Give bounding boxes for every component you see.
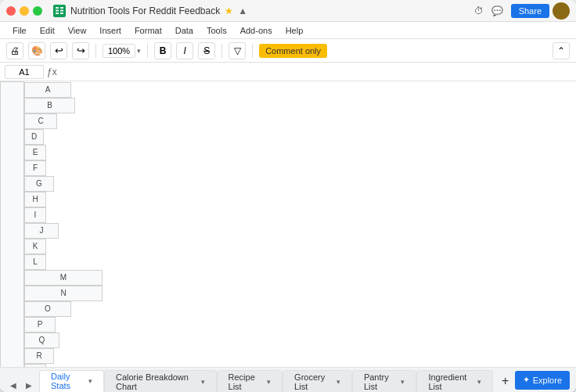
explore-label: Explore xyxy=(533,376,562,385)
tab-daily-stats-label: Daily Stats xyxy=(51,372,85,390)
spreadsheet: A B C D E F G H I J K L M xyxy=(0,81,576,367)
tab-ingredient-list-arrow: ▾ xyxy=(477,378,481,386)
paint-format-button[interactable]: 🎨 xyxy=(28,42,45,59)
zoom-dropdown-icon[interactable]: ▾ xyxy=(137,47,141,55)
title-bar-actions: ⏱ 💬 Share xyxy=(474,2,570,20)
comment-only-button[interactable]: Comment only xyxy=(259,44,327,58)
col-header-n[interactable]: N xyxy=(24,286,103,301)
minimize-button[interactable] xyxy=(20,6,29,16)
explore-button[interactable]: ✦ Explore xyxy=(515,371,570,390)
maximize-button[interactable] xyxy=(33,6,42,16)
col-header-p[interactable]: P xyxy=(24,317,56,333)
traffic-lights xyxy=(6,6,42,16)
tab-recipe-list-arrow: ▾ xyxy=(267,378,271,386)
expand-button[interactable]: ⌃ xyxy=(553,42,570,59)
menu-bar: File Edit View Insert Format Data Tools … xyxy=(0,22,576,39)
tab-ingredient-list[interactable]: Ingredient List ▾ xyxy=(416,370,492,392)
col-header-m[interactable]: M xyxy=(24,270,103,286)
svg-rect-3 xyxy=(56,9,59,11)
col-header-s[interactable]: S xyxy=(24,364,46,368)
col-header-c[interactable]: C xyxy=(24,113,57,129)
tab-calorie-chart-label: Calorie Breakdown Chart xyxy=(116,372,198,391)
tab-pantry-list-label: Pantry List xyxy=(364,372,398,391)
corner-cell xyxy=(1,82,24,368)
toolbar-divider-4 xyxy=(252,44,253,58)
toolbar-divider-1 xyxy=(95,44,96,58)
tab-daily-stats[interactable]: Daily Stats ▾ xyxy=(39,370,104,392)
column-header-row: A B C D E F G H I J K L M xyxy=(1,82,577,368)
data-table: A B C D E F G H I J K L M xyxy=(0,81,576,367)
tab-prev-button[interactable]: ◀ xyxy=(6,378,20,392)
menu-help[interactable]: Help xyxy=(279,24,310,37)
col-header-l[interactable]: L xyxy=(24,254,46,270)
menu-format[interactable]: Format xyxy=(128,24,168,37)
user-avatar[interactable] xyxy=(553,2,570,20)
tab-daily-stats-arrow: ▾ xyxy=(88,377,92,385)
svg-rect-5 xyxy=(56,13,59,14)
drive-icon[interactable]: ▲ xyxy=(238,5,247,16)
col-header-i[interactable]: I xyxy=(24,207,46,223)
menu-tools[interactable]: Tools xyxy=(200,24,233,37)
explore-icon: ✦ xyxy=(523,375,530,385)
italic-button[interactable]: I xyxy=(176,42,193,59)
svg-rect-6 xyxy=(60,13,63,14)
add-tab-button[interactable]: + xyxy=(496,370,515,392)
doc-title: Nutrition Tools For Reddit Feedback xyxy=(70,5,220,16)
toolbar-divider-3 xyxy=(221,44,222,58)
print-button[interactable]: 🖨 xyxy=(6,42,23,59)
col-header-r[interactable]: R xyxy=(24,348,54,364)
menu-insert[interactable]: Insert xyxy=(93,24,128,37)
title-bar: Nutrition Tools For Reddit Feedback ★ ▲ … xyxy=(0,0,576,22)
redo-button[interactable]: ↪ xyxy=(72,42,89,59)
strikethrough-button[interactable]: S xyxy=(198,42,215,59)
tab-bar: ◀ ▶ Daily Stats ▾ Calorie Breakdown Char… xyxy=(0,367,576,392)
col-header-g[interactable]: G xyxy=(24,176,54,192)
share-button[interactable]: Share xyxy=(511,4,549,18)
undo-button[interactable]: ↩ xyxy=(50,42,67,59)
svg-rect-4 xyxy=(60,9,63,11)
sheet-area: A B C D E F G H I J K L M xyxy=(0,81,576,367)
col-header-e[interactable]: E xyxy=(24,145,46,160)
comment-icon[interactable]: 💬 xyxy=(491,5,503,16)
tab-next-button[interactable]: ▶ xyxy=(22,378,36,392)
col-header-k[interactable]: K xyxy=(24,239,46,254)
formula-bar: ƒx xyxy=(0,63,576,81)
tab-calorie-chart-arrow: ▾ xyxy=(201,378,205,386)
tab-ingredient-list-label: Ingredient List xyxy=(428,372,473,391)
tab-navigation: ◀ ▶ xyxy=(6,378,36,392)
formula-functions-icon: ƒx xyxy=(47,67,57,77)
toolbar: 🖨 🎨 ↩ ↪ 100% ▾ B I S ▽ Comment only ⌃ xyxy=(0,39,576,63)
tab-pantry-list[interactable]: Pantry List ▾ xyxy=(352,370,416,392)
history-icon[interactable]: ⏱ xyxy=(474,5,484,16)
menu-addons[interactable]: Add-ons xyxy=(234,24,279,37)
app-window: Nutrition Tools For Reddit Feedback ★ ▲ … xyxy=(0,0,576,392)
cell-reference[interactable] xyxy=(5,65,44,79)
menu-edit[interactable]: Edit xyxy=(34,24,61,37)
menu-file[interactable]: File xyxy=(6,24,33,37)
tab-calorie-chart[interactable]: Calorie Breakdown Chart ▾ xyxy=(104,370,217,392)
col-header-a[interactable]: A xyxy=(24,82,71,98)
tab-grocery-list-label: Grocery List xyxy=(294,372,333,391)
col-header-q[interactable]: Q xyxy=(24,333,59,348)
formula-input[interactable] xyxy=(60,67,571,77)
svg-rect-2 xyxy=(60,7,63,9)
tab-recipe-list-label: Recipe List xyxy=(229,372,265,391)
menu-data[interactable]: Data xyxy=(169,24,200,37)
filter-button[interactable]: ▽ xyxy=(229,42,246,59)
col-header-d[interactable]: D xyxy=(24,129,44,145)
toolbar-divider-2 xyxy=(147,44,148,58)
grid-container[interactable]: A B C D E F G H I J K L M xyxy=(0,81,576,367)
tab-recipe-list[interactable]: Recipe List ▾ xyxy=(217,370,283,392)
tab-pantry-list-arrow: ▾ xyxy=(401,378,405,386)
col-header-j[interactable]: J xyxy=(24,223,59,239)
col-header-b[interactable]: B xyxy=(24,98,75,113)
close-button[interactable] xyxy=(6,6,16,16)
bold-button[interactable]: B xyxy=(154,42,171,59)
menu-view[interactable]: View xyxy=(62,24,93,37)
col-header-o[interactable]: O xyxy=(24,301,71,317)
star-icon[interactable]: ★ xyxy=(225,5,233,16)
tab-grocery-list-arrow: ▾ xyxy=(337,378,340,386)
col-header-f[interactable]: F xyxy=(24,160,46,176)
tab-grocery-list[interactable]: Grocery List ▾ xyxy=(283,370,352,392)
col-header-h[interactable]: H xyxy=(24,192,46,207)
